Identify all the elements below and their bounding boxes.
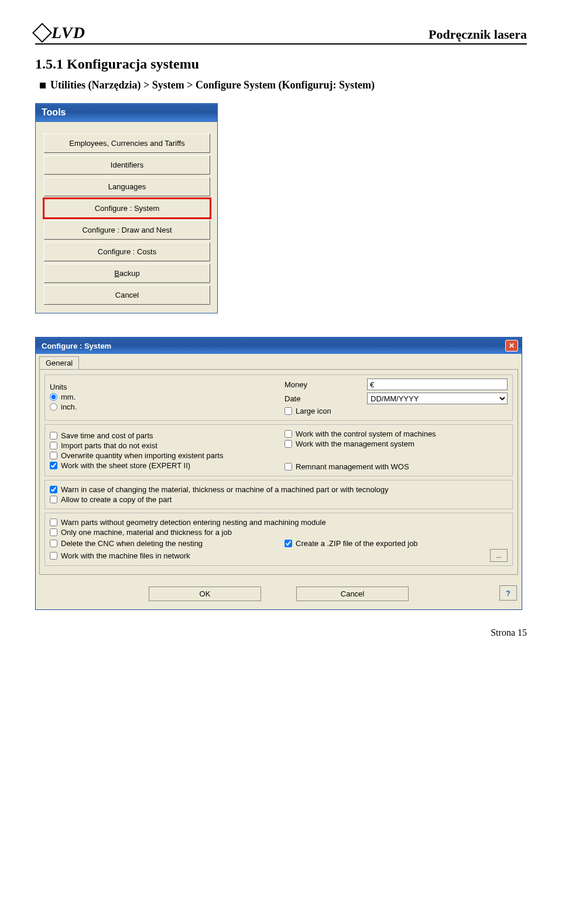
tools-window: Tools Employees, Currencies and Tariffs …	[35, 103, 218, 313]
money-input[interactable]	[367, 379, 508, 390]
configure-titlebar: Configure : System ✕	[36, 337, 522, 354]
chk-warn-change-material[interactable]: Warn in case of changing the material, t…	[50, 485, 508, 494]
menu-configure-draw-nest[interactable]: Configure : Draw and Nest	[44, 220, 210, 240]
spacer	[285, 449, 508, 461]
chk-save-time-cost[interactable]: Save time and cost of parts	[50, 431, 273, 440]
cancel-button[interactable]: Cancel	[296, 587, 409, 601]
menu-backup[interactable]: Backup	[44, 264, 210, 283]
backup-mnemonic: B	[114, 269, 119, 278]
menu-identifiers[interactable]: Identifiers	[44, 155, 210, 175]
logo-text: LVD	[52, 23, 85, 42]
menu-configure-system[interactable]: Configure : System	[44, 199, 210, 218]
group-units-money: Units mm. inch. Money	[44, 374, 513, 421]
chk-management-system[interactable]: Work with the management system	[285, 439, 508, 448]
date-label: Date	[285, 394, 300, 403]
browse-button[interactable]: ...	[490, 549, 508, 562]
chk-allow-copy[interactable]: Allow to create a copy of the part	[50, 495, 508, 504]
radio-inch[interactable]: inch.	[50, 403, 273, 411]
help-button[interactable]: ?	[499, 585, 517, 601]
configure-system-window: Configure : System ✕ General Units mm.	[35, 337, 522, 610]
document-title: Podręcznik lasera	[429, 27, 527, 42]
radio-mm[interactable]: mm.	[50, 393, 273, 401]
ok-button[interactable]: OK	[149, 587, 261, 601]
bullet-icon	[40, 83, 46, 88]
breadcrumb-instruction: Utilities (Narzędzia) > System > Configu…	[40, 79, 527, 91]
logo: LVD	[35, 23, 85, 42]
chk-remnant-wos[interactable]: Remnant management with WOS	[285, 462, 508, 471]
chk-large-icon-label: Large icon	[296, 407, 331, 415]
chk-sheet-store[interactable]: Work with the sheet store (EXPERT II)	[50, 461, 273, 470]
chk-control-system[interactable]: Work with the control system of machines	[285, 429, 508, 438]
chk-create-zip[interactable]: Create a .ZIP file of the exported job	[285, 539, 508, 548]
tools-body: Employees, Currencies and Tariffs Identi…	[36, 122, 217, 313]
group-options-1: Save time and cost of parts Import parts…	[44, 424, 513, 476]
tools-titlebar: Tools	[36, 104, 217, 122]
configure-title-text: Configure : System	[42, 342, 111, 350]
section-title: 1.5.1 Konfiguracja systemu	[35, 56, 527, 72]
chk-machine-files-network[interactable]: Work with the machine files in network	[50, 551, 478, 560]
chk-import-parts[interactable]: Import parts that do not exist	[50, 441, 273, 450]
tabstrip: General	[39, 356, 518, 369]
money-label: Money	[285, 380, 307, 389]
units-label: Units	[50, 383, 273, 391]
tab-panel-general: Units mm. inch. Money	[39, 369, 518, 575]
group-options-3: Warn parts without geometry detection en…	[44, 513, 513, 566]
menu-cancel[interactable]: Cancel	[44, 285, 210, 305]
tab-general[interactable]: General	[39, 356, 79, 369]
chk-delete-cnc[interactable]: Delete the CNC when deleting the nesting	[50, 539, 273, 548]
menu-languages[interactable]: Languages	[44, 177, 210, 196]
page-number: Strona 15	[35, 628, 527, 638]
radio-inch-input[interactable]	[50, 403, 57, 411]
chk-one-machine[interactable]: Only one machine, material and thickness…	[50, 528, 508, 537]
menu-configure-costs[interactable]: Configure : Costs	[44, 242, 210, 261]
chk-large-icon-input[interactable]	[285, 407, 292, 415]
dialog-buttons: OK Cancel ?	[36, 578, 522, 609]
radio-inch-label: inch.	[61, 403, 77, 411]
instruction-text: Utilities (Narzędzia) > System > Configu…	[50, 79, 375, 91]
chk-overwrite-qty[interactable]: Overwrite quantity when importing existe…	[50, 451, 273, 460]
chk-large-icon[interactable]: Large icon	[285, 407, 508, 415]
logo-diamond-icon	[32, 23, 52, 43]
radio-mm-label: mm.	[61, 393, 76, 401]
date-select[interactable]: DD/MM/YYYY	[367, 393, 508, 404]
group-options-2: Warn in case of changing the material, t…	[44, 480, 513, 509]
menu-employees[interactable]: Employees, Currencies and Tariffs	[44, 134, 210, 153]
chk-warn-geometry[interactable]: Warn parts without geometry detection en…	[50, 518, 508, 527]
page-header: LVD Podręcznik lasera	[35, 23, 527, 45]
radio-mm-input[interactable]	[50, 393, 57, 401]
close-icon[interactable]: ✕	[505, 340, 518, 352]
